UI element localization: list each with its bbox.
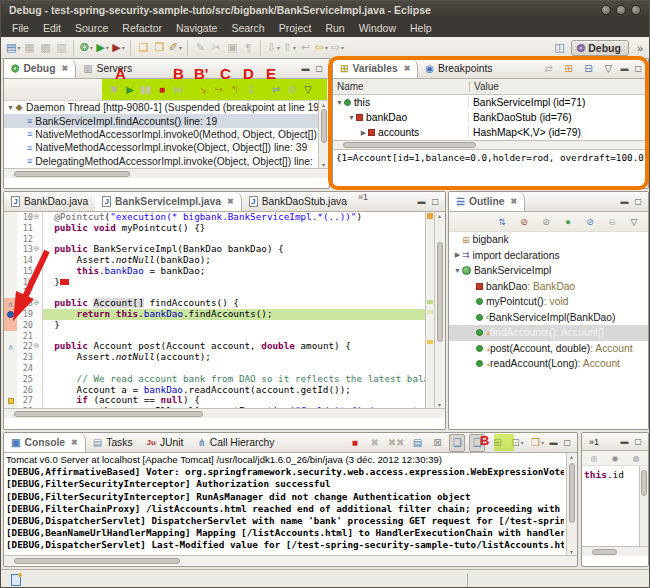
fold-marker[interactable]: [34, 363, 43, 374]
fold-marker[interactable]: [34, 385, 43, 396]
view-menu-button[interactable]: ▽: [300, 81, 316, 99]
scrollbar-thumb[interactable]: [321, 109, 327, 143]
code-line-25[interactable]: 25 // We read account bank from DAO so i…: [4, 374, 425, 385]
outline-item-row[interactable]: myPointcut() : void: [449, 294, 648, 310]
web-tool-2-icon[interactable]: ✂: [208, 39, 224, 57]
tree-expander[interactable]: ▶: [453, 251, 462, 259]
outline-item-row[interactable]: ▶⇉import declarations: [449, 248, 648, 264]
menu-window[interactable]: Window: [352, 19, 403, 37]
open-perspective-icon[interactable]: ◫: [551, 39, 567, 57]
highlighter-icon[interactable]: ✐▾: [167, 39, 183, 57]
close-tab-icon[interactable]: ✖: [510, 197, 517, 206]
scrollbar-thumb[interactable]: [592, 549, 617, 555]
overview-marker[interactable]: [427, 213, 433, 219]
step-over-button[interactable]: ↪: [211, 81, 227, 99]
menu-help[interactable]: Help: [403, 19, 439, 37]
forward-history-icon[interactable]: ⇨▾: [329, 39, 345, 57]
scroll-up-arrow[interactable]: ▴: [438, 212, 441, 219]
clear-console-icon[interactable]: ▤: [409, 434, 425, 452]
window-close-button[interactable]: [631, 5, 641, 15]
notification-icon[interactable]: [11, 574, 21, 586]
window-titlebar[interactable]: Debug - test-spring-security-sample-tuto…: [1, 1, 649, 19]
outline-item-row[interactable]: ▴findAccounts() : Account[]: [449, 325, 648, 341]
minimize-icon[interactable]: ▬: [549, 438, 559, 447]
code-line-26[interactable]: 26 Account a = bankDao.readAccount(accou…: [4, 385, 425, 396]
console-output[interactable]: Tomcat v6.0 Server at localhost [Apache …: [4, 453, 566, 555]
fold-marker[interactable]: [34, 352, 43, 363]
sort-icon[interactable]: ⇅: [494, 213, 510, 231]
outline-item-row[interactable]: ▴post(Account, double) : Account: [449, 341, 648, 357]
next-annotation-icon[interactable]: ⇩▾: [265, 39, 281, 57]
debug-launch-icon[interactable]: ❂▾: [78, 39, 94, 57]
gutter-marker-cell[interactable]: [4, 331, 17, 342]
menu-navigate[interactable]: Navigate: [169, 19, 224, 37]
gutter-marker-cell[interactable]: [4, 352, 17, 363]
minimize-icon[interactable]: ▬: [620, 437, 630, 446]
terminate-button[interactable]: ■: [154, 81, 170, 99]
scroll-up-arrow[interactable]: ▴: [570, 453, 573, 460]
fold-marker[interactable]: [34, 331, 43, 342]
open-resource-icon[interactable]: ❏: [135, 39, 151, 57]
save-icon[interactable]: ▦: [21, 39, 37, 57]
gutter-marker-cell[interactable]: [4, 212, 17, 223]
editor-horizontal-scrollbar[interactable]: [4, 408, 445, 418]
link-editor-icon[interactable]: ⊖: [604, 213, 620, 231]
gutter-marker-cell[interactable]: [4, 395, 17, 406]
window-maximize-button[interactable]: [616, 5, 626, 15]
outline-tab-outline[interactable]: ☰Outline✖: [449, 192, 525, 211]
resume-button[interactable]: ▶: [122, 81, 138, 99]
debug-frame-row[interactable]: ≡NativeMethodAccessorImpl.invoke0(Method…: [4, 128, 318, 141]
tree-expander[interactable]: ▼: [453, 267, 462, 274]
drop-to-frame-button[interactable]: ↧: [243, 81, 259, 99]
view-menu-icon[interactable]: ▽: [626, 213, 642, 231]
minimize-icon[interactable]: ▬: [417, 197, 427, 206]
gutter-marker-cell[interactable]: [4, 385, 17, 396]
terminate-console-icon[interactable]: ■: [347, 434, 363, 452]
display-expression[interactable]: this.id: [582, 466, 639, 546]
fold-marker[interactable]: [34, 223, 43, 234]
editor-tab-overflow[interactable]: »1: [358, 192, 368, 211]
editor-tab-bankdaostub-java[interactable]: JBankDaoStub.java: [242, 192, 354, 211]
fold-marker[interactable]: [34, 395, 43, 406]
menu-file[interactable]: File: [5, 19, 36, 37]
editor-vertical-scrollbar[interactable]: ▴ ▾: [434, 212, 445, 408]
overview-marker[interactable]: [427, 300, 433, 304]
gutter-marker-cell[interactable]: △: [4, 341, 17, 352]
outline-item-row[interactable]: cBankServiceImpl(BankDao): [449, 310, 648, 326]
prev-annotation-icon[interactable]: ⇧▾: [281, 39, 297, 57]
fold-marker[interactable]: [34, 374, 43, 385]
new-wizard-icon[interactable]: ▤▾: [5, 39, 21, 57]
open-folder-icon[interactable]: ❐: [151, 39, 167, 57]
display-horizontal-scrollbar[interactable]: [582, 546, 648, 556]
code-line-27[interactable]: 27 if (account == null) {: [4, 395, 425, 406]
perspective-debug-button[interactable]: ❂Debug: [571, 40, 628, 56]
scroll-lock-icon[interactable]: ⊠: [429, 434, 445, 452]
last-edit-location-icon[interactable]: ↩: [297, 39, 313, 57]
remove-all-terminated-button[interactable]: ✖: [106, 81, 122, 99]
menu-search[interactable]: Search: [224, 19, 271, 37]
scroll-up-arrow[interactable]: ▴: [322, 101, 325, 108]
save-all-icon[interactable]: ▩: [37, 39, 53, 57]
hide-non-public-icon[interactable]: ●: [560, 213, 576, 231]
run-launch-icon[interactable]: ▶▾: [94, 39, 110, 57]
scroll-down-arrow[interactable]: ▾: [322, 161, 325, 168]
outline-item-row[interactable]: ⊞bigbank: [449, 232, 648, 248]
display-view-overflow-tab[interactable]: »1: [582, 433, 606, 450]
scrollbar-thumb[interactable]: [14, 411, 203, 417]
inspect-icon[interactable]: ◎: [586, 449, 602, 467]
maximize-icon[interactable]: ▢: [315, 64, 325, 73]
hide-fields-icon[interactable]: ⊘: [516, 213, 532, 231]
outline-item-row[interactable]: ▴readAccount(Long) : Account: [449, 356, 648, 372]
editor-tab-bankdao-java[interactable]: JBankDao.java: [4, 192, 95, 211]
window-minimize-button[interactable]: [601, 5, 611, 15]
scroll-down-arrow[interactable]: ▾: [438, 401, 441, 408]
fold-marker[interactable]: ⊖: [34, 341, 43, 352]
web-tool-4-icon[interactable]: ¶: [240, 39, 256, 57]
console-vertical-scrollbar[interactable]: ▴ ▾: [566, 453, 577, 555]
menu-edit[interactable]: Edit: [36, 19, 68, 37]
code-line-23[interactable]: 23 Assert.notNull(account);: [4, 352, 425, 363]
web-tool-3-icon[interactable]: ▣: [224, 39, 240, 57]
console-tab-call-hierarchy[interactable]: ⋔Call Hierarchy: [190, 433, 281, 452]
execute-icon[interactable]: ◍: [628, 449, 644, 467]
show-on-stdout-icon[interactable]: ❑: [449, 434, 465, 452]
